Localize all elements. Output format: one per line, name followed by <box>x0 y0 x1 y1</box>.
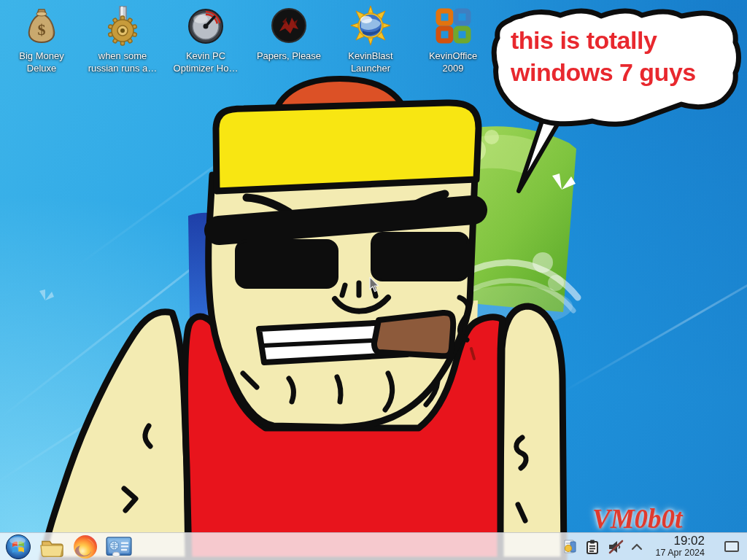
tray-volume-button[interactable] <box>607 539 624 555</box>
speaker-muted-icon <box>607 539 624 555</box>
tray-expand-button[interactable] <box>631 543 643 551</box>
desktop-icon-kevinoffice-2009[interactable]: KevinOffice2009 <box>412 4 494 74</box>
firefox-icon <box>72 534 98 560</box>
desktop-icon-label: KevinOffice2009 <box>412 50 494 74</box>
start-button[interactable] <box>4 534 32 560</box>
desktop-icon-label: when somerussian runs a… <box>82 50 163 74</box>
clipboard-icon <box>584 539 600 555</box>
money-bag-icon: $ <box>20 4 63 47</box>
desktop-icon-russian-gear[interactable]: when somerussian runs a… <box>82 4 163 74</box>
chevron-up-icon <box>631 543 643 551</box>
dark-eagle-icon <box>268 4 310 47</box>
desktop-icon-label: Kevin PCOptimizer Ho… <box>165 50 247 74</box>
folder-icon <box>39 535 65 559</box>
desktop-icon-label: Papers, Please <box>248 50 330 62</box>
clock-time: 19:02 <box>656 534 705 548</box>
system-info-icon <box>105 536 133 558</box>
sun-globe-icon <box>349 4 392 47</box>
speech-bubble-line: this is totally <box>511 24 708 56</box>
taskbar-system-info-button[interactable] <box>105 534 133 560</box>
desktop-icon-label: Big MoneyDeluxe <box>1 50 82 74</box>
clock-date: 17 Apr 2024 <box>656 548 705 559</box>
desktop-icon-label: KevinBlastLauncher <box>330 50 411 74</box>
desktop-icon-papers-please[interactable]: Papers, Please <box>248 4 330 62</box>
system-tray <box>562 539 643 555</box>
watermark-text: VM0b0t <box>592 503 682 534</box>
desktop: this is totally windows 7 guys $ Big Mon… <box>0 0 747 560</box>
taskbar-clock[interactable]: 19:02 17 Apr 2024 <box>653 534 708 558</box>
desktop-icon-kevinblast-launcher[interactable]: KevinBlastLauncher <box>330 4 411 74</box>
brass-gear-icon <box>101 4 144 47</box>
notes-icon <box>562 539 578 555</box>
desktop-icon-big-money-deluxe[interactable]: $ Big MoneyDeluxe <box>1 4 82 74</box>
svg-text:$: $ <box>38 20 46 39</box>
tray-clipboard-button[interactable] <box>584 539 600 555</box>
taskbar-file-manager-button[interactable] <box>38 534 66 560</box>
speech-bubble-text: this is totally windows 7 guys <box>511 24 708 88</box>
office-grid-icon <box>432 4 474 47</box>
speech-bubble-line: windows 7 guys <box>511 56 708 88</box>
butterfly-icon <box>39 289 54 300</box>
taskbar-firefox-button[interactable] <box>71 534 99 560</box>
mouse-cursor <box>369 277 381 293</box>
show-desktop-button[interactable] <box>724 540 740 553</box>
show-desktop-icon <box>724 540 740 553</box>
tray-notes-button[interactable] <box>562 539 578 555</box>
desktop-icon-kevin-pc-optimizer[interactable]: Kevin PCOptimizer Ho… <box>165 4 247 74</box>
windows-orb-icon <box>5 534 31 560</box>
speed-gauge-icon <box>185 4 227 47</box>
taskbar: 19:02 17 Apr 2024 <box>0 532 747 560</box>
